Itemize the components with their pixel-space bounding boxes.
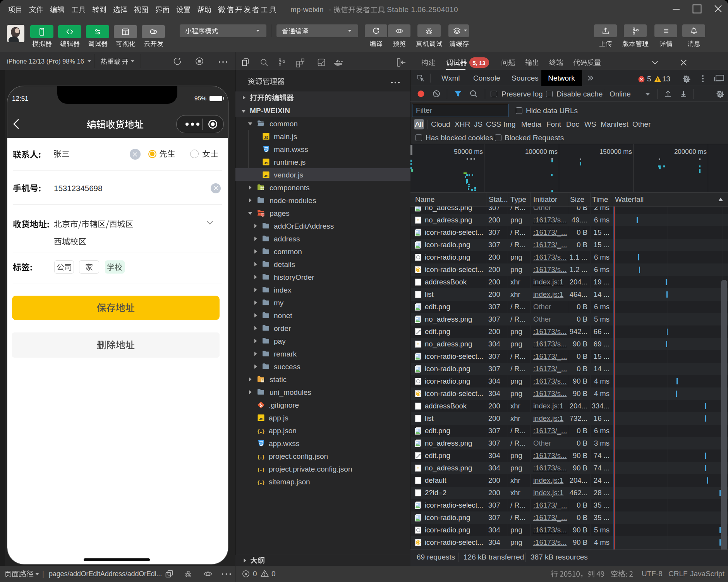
svg-text:<>: <>	[261, 213, 264, 216]
svg-text:JS: JS	[259, 417, 263, 421]
svg-text:JS: JS	[264, 161, 268, 165]
svg-text:JS: JS	[264, 174, 268, 178]
svg-text:{..}: {..}	[258, 466, 264, 472]
svg-text:{..}: {..}	[258, 428, 264, 434]
svg-text:JS: JS	[264, 135, 268, 139]
svg-text:{..}: {..}	[258, 479, 264, 485]
svg-text:{..}: {..}	[258, 453, 264, 459]
